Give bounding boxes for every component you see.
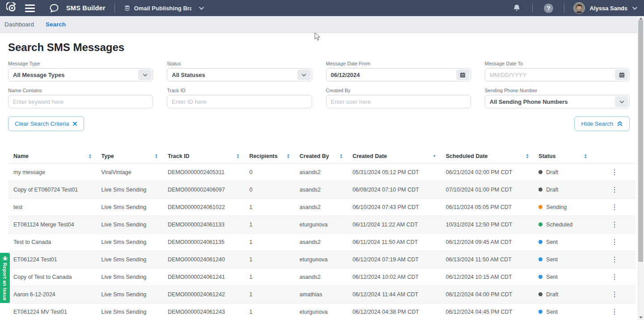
mouse-cursor: [314, 32, 321, 41]
tab-dashboard[interactable]: Dashboard: [4, 21, 34, 28]
table-row[interactable]: Copy of ET060724 Test01 Live Sms Sending…: [8, 181, 636, 198]
cell-track-id: DEMO0000024061243: [164, 303, 246, 320]
column-header[interactable]: [593, 149, 636, 163]
column-header-recipients[interactable]: Recipients ▲▼: [246, 149, 296, 163]
column-header-type[interactable]: Type ▲▼: [98, 149, 164, 163]
sort-icon[interactable]: ▲▼: [584, 154, 587, 159]
table-row[interactable]: ET061224 Test01 Live Sms Sending DEMO000…: [8, 251, 636, 268]
user-menu-chevron-icon[interactable]: [632, 6, 638, 10]
kebab-menu-icon[interactable]: ⋮: [597, 255, 632, 264]
cell-name: Test to Canada: [8, 233, 98, 251]
created-by-input[interactable]: Enter user here: [326, 95, 471, 108]
field-value: Enter keyword here: [13, 98, 153, 105]
scroll-down-arrow[interactable]: [639, 316, 643, 319]
cell-scheduled-date: 07/10/2024 01:00 PM CDT: [442, 181, 535, 198]
column-header-track-id[interactable]: Track ID ▲▼: [164, 149, 246, 163]
menu-hamburger-icon[interactable]: [23, 1, 37, 15]
scrollbar-thumb[interactable]: [638, 20, 643, 262]
tab-label: Search: [46, 21, 66, 28]
column-header-created-by[interactable]: Created By ▲▼: [296, 149, 349, 163]
sort-icon[interactable]: ▲▼: [155, 154, 158, 159]
cell-created-by: eturgunova: [296, 216, 349, 233]
status-input[interactable]: All Statuses: [167, 68, 312, 81]
chevron-down-icon[interactable]: [138, 69, 152, 80]
status-badge: Draft: [546, 169, 558, 175]
kebab-menu-icon[interactable]: ⋮: [597, 185, 632, 194]
sort-icon[interactable]: ▲▼: [287, 154, 290, 159]
column-header-name[interactable]: Name ▲▼: [8, 149, 98, 163]
account-selector[interactable]: Omail Publishing Bra...: [124, 5, 204, 12]
tab-label: Dashboard: [4, 21, 34, 28]
kebab-menu-icon[interactable]: ⋮: [597, 220, 632, 229]
cell-track-id: DEMO0000024061135: [164, 233, 246, 251]
message-type-input[interactable]: All Message Types: [8, 68, 153, 81]
help-icon[interactable]: ?: [542, 1, 555, 15]
field-value: MM/DD/YYYY: [490, 72, 612, 78]
message-date-from-input[interactable]: 06/12/2024: [326, 68, 471, 81]
cell-created-date: 06/12/2024 04:38 PM CDT: [349, 303, 442, 320]
sort-icon[interactable]: ▲▼: [89, 154, 92, 159]
track-id-input[interactable]: Enter ID here: [167, 95, 312, 108]
kebab-menu-icon[interactable]: ⋮: [597, 238, 632, 246]
column-label: Created Date: [352, 153, 387, 159]
double-chevron-up-icon: [617, 121, 623, 127]
table-row[interactable]: ET061224 MV Test01 Live Sms Sending DEMO…: [8, 303, 636, 320]
message-date-to-input[interactable]: MM/DD/YYYY: [485, 68, 630, 81]
kebab-menu-icon[interactable]: ⋮: [597, 203, 632, 211]
kebab-menu-icon[interactable]: ⋮: [597, 273, 632, 281]
cell-name: ET061124 Merge Test04: [8, 216, 98, 233]
sending-phone-number-input[interactable]: All Sending Phone Numbers: [485, 95, 630, 108]
scroll-up-arrow[interactable]: [639, 17, 643, 20]
hide-search-button[interactable]: Hide Search: [574, 116, 630, 131]
form-field-sending-phone-number: Sending Phone Number All Sending Phone N…: [485, 88, 630, 108]
table-row[interactable]: Test to Canada Live Sms Sending DEMO0000…: [8, 233, 636, 251]
cell-status: Draft: [535, 286, 593, 303]
nav-divider: [532, 4, 533, 13]
tab-search[interactable]: Search: [46, 21, 66, 28]
cell-created-by: asands2: [296, 163, 349, 181]
field-label: Track ID: [167, 88, 312, 93]
status-badge: Sent: [546, 239, 558, 245]
sort-icon[interactable]: ▼: [433, 155, 436, 158]
cell-status: Sending: [535, 198, 593, 216]
column-header-status[interactable]: Status ▲▼: [535, 149, 593, 163]
user-avatar[interactable]: [573, 2, 585, 14]
sort-icon[interactable]: ▲▼: [237, 154, 240, 159]
table-row[interactable]: my message ViralVintage DEMO000000240531…: [8, 163, 636, 181]
sort-icon[interactable]: ▲▼: [525, 154, 529, 159]
table-row[interactable]: test Live Sms Sending DEMO0000024061022 …: [8, 198, 636, 216]
column-header-scheduled-date[interactable]: Scheduled Date ▲▼: [442, 149, 535, 163]
cell-actions: ⋮: [593, 216, 636, 233]
table-row[interactable]: Copy of Test to Canada Live Sms Sending …: [8, 268, 636, 286]
user-name[interactable]: Alyssa Sands: [589, 5, 627, 12]
cell-recipients: 1: [246, 303, 296, 320]
kebab-menu-icon[interactable]: ⋮: [597, 168, 632, 176]
kebab-menu-icon[interactable]: ⋮: [597, 307, 632, 316]
sort-icon[interactable]: ▲▼: [339, 154, 343, 159]
cell-created-by: asands2: [296, 181, 349, 198]
cell-recipients: 1: [246, 251, 296, 268]
cell-recipients: 1: [246, 198, 296, 216]
table-row[interactable]: Aaron 6-12-2024 Live Sms Sending DEMO000…: [8, 286, 636, 303]
cell-scheduled-date: 06/12/2024 04:45 PM CDT: [442, 303, 535, 320]
app-logo-icon[interactable]: [5, 1, 19, 15]
search-actions-row: Clear Search Criteria Hide Search: [8, 116, 630, 131]
name-contains-input[interactable]: Enter keyword here: [8, 95, 153, 108]
report-an-issue-tab[interactable]: Report an Issue: [0, 253, 10, 303]
table-row[interactable]: ET061124 Merge Test04 Live Sms Sending D…: [8, 216, 636, 233]
vertical-scrollbar[interactable]: [637, 16, 644, 320]
notifications-bell-icon[interactable]: [510, 1, 523, 15]
chevron-down-icon[interactable]: [297, 69, 311, 80]
column-header-created-date[interactable]: Created Date ▼: [349, 149, 442, 163]
kebab-menu-icon[interactable]: ⋮: [597, 290, 632, 299]
cell-actions: ⋮: [593, 198, 636, 216]
close-icon: [72, 121, 77, 126]
cell-name: Aaron 6-12-2024: [8, 286, 98, 303]
calendar-icon[interactable]: [615, 69, 628, 80]
chevron-down-icon[interactable]: [615, 96, 628, 107]
column-label: Status: [538, 153, 555, 159]
cell-created-date: 06/12/2024 07:19 AM CDT: [349, 251, 442, 268]
status-badge: Sending: [546, 204, 567, 210]
clear-search-criteria-button[interactable]: Clear Search Criteria: [8, 116, 84, 131]
calendar-icon[interactable]: [456, 69, 470, 80]
